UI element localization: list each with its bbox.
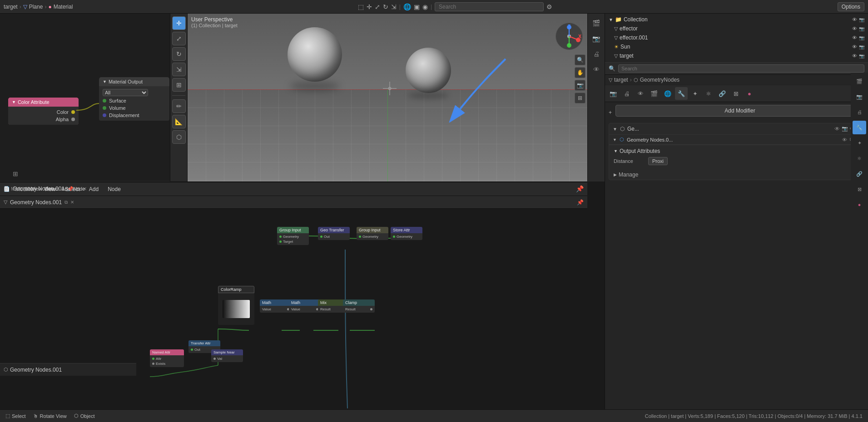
prop-icon-particles[interactable]: ✦ [689,87,701,100]
side-icon-data2[interactable]: ⊠ [853,182,866,196]
tool-cursor[interactable]: ✛ [172,16,186,30]
topbar-icon-scale[interactable]: ⇲ [391,3,397,10]
sub-mod-vis[interactable]: 👁 [842,137,847,142]
side-icon-output2[interactable]: 🖨 [853,105,866,119]
topbar-icon-rotate[interactable]: ↻ [383,3,388,10]
side-icon-material2[interactable]: ● [853,198,866,211]
prop-icon-output[interactable]: 🖨 [620,87,633,100]
add-modifier-button[interactable]: Add Modifier [615,105,864,117]
render-icon-collection[interactable]: 📷 [859,17,864,22]
side-icon-constraints2[interactable]: 🔗 [853,167,866,181]
viewport-zoom-in[interactable]: 🔍 [575,54,585,65]
ned-node-label[interactable]: Node [73,186,85,191]
props-breadcrumb-geonodes[interactable]: GeometryNodes [640,77,680,83]
mini-node-ll1[interactable]: Named Attr Attr Exists [150,349,184,367]
properties-search-input[interactable] [618,64,864,73]
mat-target-select[interactable]: All [103,89,148,96]
render-icon-effector[interactable]: 📷 [859,26,864,31]
mini-node-bottom1[interactable]: Math Value [260,299,292,313]
prop-icon-world[interactable]: 🌐 [661,87,674,100]
prop-icon-data[interactable]: ⊠ [729,87,742,100]
sub-mod-icon: ⬡ [620,137,624,142]
viewport-right-render[interactable]: 📷 [590,32,603,45]
breadcrumb-plane[interactable]: Plane [29,4,43,10]
color-attribute-node[interactable]: ▼ Color Attribute Color Alpha [8,98,79,125]
mod1-render[interactable]: 📷 [842,126,848,132]
topbar-icon-select[interactable]: ⬚ [358,3,364,10]
topbar-icon-filter[interactable]: ⚙ [546,3,552,10]
eye-icon-effector001[interactable]: 👁 [852,35,857,40]
tool-rotate[interactable]: ↻ [172,47,186,61]
render-icon-sun[interactable]: 📷 [859,44,864,49]
prop-icon-scene[interactable]: 🎬 [648,87,660,100]
manage-row[interactable]: ▶ Manage [609,170,864,180]
coll-item-effector[interactable]: ▽ effector 👁 📷 [605,24,868,33]
mini-node-group1[interactable]: Group Input Geometry Target [277,227,309,245]
render-icon-target[interactable]: 📷 [859,54,864,59]
side-icon-render2[interactable]: 📷 [853,90,866,103]
prop-icon-material[interactable]: ● [743,87,756,100]
mini-node-4[interactable]: Store Attr Geometry [391,227,422,240]
ned-pin-right[interactable]: 📌 [576,185,584,192]
output-attrs-header[interactable]: ▼ Output Attributes [614,148,859,154]
side-icon-scene[interactable]: 🎬 [853,74,866,88]
side-icon-modifier2[interactable]: 🔧 [853,121,866,134]
eye-icon-target[interactable]: 👁 [852,53,857,59]
props-breadcrumb-target[interactable]: target [614,77,628,83]
geo-nodes-unlink[interactable]: ✕ [70,200,74,205]
eye-icon-collection[interactable]: 👁 [852,17,857,22]
side-icon-physics2[interactable]: ⚛ [853,152,866,165]
eye-icon-sun[interactable]: 👁 [852,44,857,49]
eye-icon-effector[interactable]: 👁 [852,26,857,31]
prop-icon-modifier[interactable]: 🔧 [675,87,688,100]
geo-nodes-pin[interactable]: 📌 [577,199,584,206]
mini-node-bottom4[interactable]: Clamp Result [343,299,375,313]
topbar-icon-cursor[interactable]: ✛ [367,3,372,10]
coll-item-sun[interactable]: ☀ Sun 👁 📷 [605,42,868,51]
mini-node-bottom2[interactable]: Math Value [289,299,321,313]
tool-add[interactable]: ⬡ [172,130,186,144]
material-output-node[interactable]: ▼ Material Output All Surface Volume [99,77,169,121]
ned-view-label[interactable]: View [31,186,42,191]
viewport-right-scene[interactable]: 🎬 [590,16,603,30]
topbar-icon-overlay[interactable]: ◉ [422,3,428,10]
mini-node-2[interactable]: Geo Transfer Out [318,227,350,240]
mini-node-ll3[interactable]: Sample Near Val [211,349,243,362]
tool-transform[interactable]: ⊞ [172,78,186,92]
coll-item-collection[interactable]: ▼ 📁 Collection 👁 📷 [605,15,868,24]
prop-icon-render[interactable]: 📷 [607,87,620,100]
coll-item-target[interactable]: ▽ target 👁 📷 [605,51,868,60]
mod1-visibility[interactable]: 👁 [834,126,840,132]
ned-menu-node[interactable]: Node [105,185,124,193]
topbar-search-input[interactable] [435,2,544,11]
breadcrumb-material[interactable]: Material [54,4,73,10]
prop-icon-view[interactable]: 👁 [634,87,647,100]
ned-add-label[interactable]: Add [61,186,70,191]
ned-select-label[interactable]: Select [45,186,59,191]
viewport-hand[interactable]: ✋ [575,67,585,78]
viewport-right-view[interactable]: 👁 [590,63,603,76]
viewport-3d[interactable]: User Perspective (1) Collection | target… [188,14,587,182]
tool-measure[interactable]: 📐 [172,115,186,128]
tool-scale[interactable]: ⇲ [172,63,186,76]
viewport-grid-toggle[interactable]: ⊞ [575,93,585,103]
tool-annotate[interactable]: ✏ [172,99,186,113]
prop-icon-physics[interactable]: ⚛ [702,87,715,100]
topbar-icon-move[interactable]: ⤢ [375,3,380,10]
node-editor-canvas[interactable]: Group Input Geometry Target Geo Transfer… [0,209,587,422]
topbar-icon-viewport[interactable]: ▣ [414,3,420,10]
prop-icon-constraints[interactable]: 🔗 [716,87,729,100]
mini-node-ramp[interactable]: ColorRamp [218,286,254,329]
tool-move[interactable]: ⤢ [172,32,186,45]
options-button[interactable]: Options [838,2,864,11]
side-icon-particles2[interactable]: ✦ [853,136,866,150]
topbar-icon-globe[interactable]: 🌐 [403,3,411,10]
mini-node-3[interactable]: Group Input Geometry [357,227,388,240]
breadcrumb-target[interactable]: target [4,4,18,10]
render-icon-effector001[interactable]: 📷 [859,35,864,40]
viewport-right-output[interactable]: 🖨 [590,47,603,61]
coll-item-effector001[interactable]: ▽ effector.001 👁 📷 [605,33,868,42]
geo-nodes-link[interactable]: ⧉ [64,200,68,205]
viewport-gizmo[interactable]: Z X Y [556,23,583,50]
viewport-camera[interactable]: 📷 [575,80,585,91]
